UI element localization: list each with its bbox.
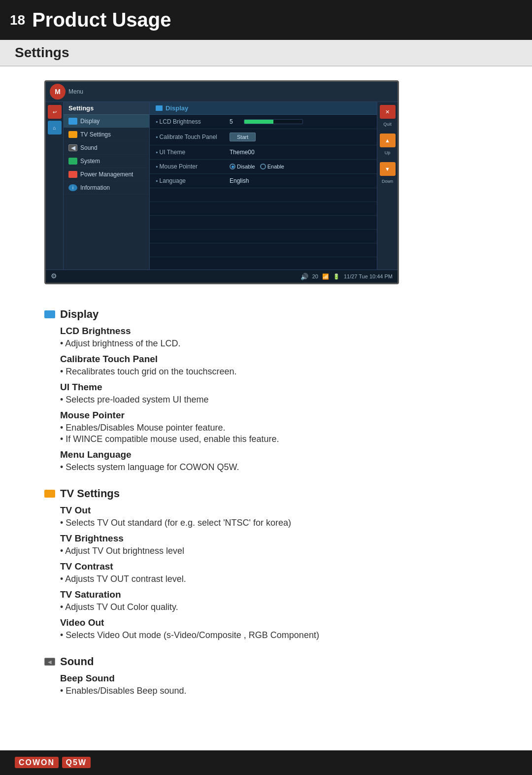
empty-row-2: [150, 202, 377, 216]
brand-model: Q5W: [62, 757, 91, 768]
up-arrow-icon: ▲: [385, 137, 390, 143]
screenshot-body: ↩ ⌂ Settings Display TV Settings ◀ Sound: [46, 102, 398, 270]
mouse-pointer-radio-group: Disable Enable: [230, 164, 284, 169]
tv-section-title: TV Settings: [44, 487, 488, 500]
empty-row-3: [150, 216, 377, 230]
enable-radio-dot: [260, 164, 266, 169]
enable-radio[interactable]: Enable: [260, 164, 284, 169]
tv-contrast-desc: Adjusts TV OUT contrast level.: [60, 574, 488, 584]
power-icon: [68, 171, 77, 178]
sidebar-item-power-management[interactable]: Power Management: [64, 168, 149, 181]
page-number: 18: [10, 12, 25, 28]
main-header: Display: [150, 102, 377, 115]
video-out-feature-name: Video Out: [60, 617, 488, 628]
tv-saturation-feature-name: TV Saturation: [60, 589, 488, 600]
signal-icon: 📶: [322, 273, 329, 280]
tv-section-icon: [44, 490, 55, 498]
tv-section: TV Settings TV Out Selects TV Out standa…: [44, 487, 488, 640]
tv-out-feature-name: TV Out: [60, 505, 488, 516]
lcd-brightness-value: 5: [230, 118, 303, 125]
sound-section: ◀ Sound Beep Sound Enables/Disables Beep…: [44, 655, 488, 696]
sound-icon: ◀: [68, 144, 77, 151]
settings-title: Settings: [15, 45, 69, 60]
statusbar-left: ⚙: [51, 272, 60, 281]
battery-icon: 🔋: [333, 273, 340, 280]
calibrate-row: Calibrate Touch Panel Start: [150, 129, 377, 145]
display-section: Display LCD Brightness Adjust brightness…: [44, 308, 488, 472]
lcd-brightness-desc: Adjust brightness of the LCD.: [60, 338, 488, 349]
quit-button[interactable]: ✕: [380, 105, 396, 119]
sidebar-item-sound[interactable]: ◀ Sound: [64, 141, 149, 155]
sidebar-item-display[interactable]: Display: [64, 115, 149, 128]
info-icon: i: [68, 184, 77, 191]
screenshot: M Menu ↩ ⌂ Settings Display TV Settings: [44, 80, 399, 284]
calibrate-desc: Recalibrates touch grid on the touchscre…: [60, 367, 488, 377]
display-header-icon: [156, 105, 163, 111]
ui-theme-row: UI Theme Theme00: [150, 145, 377, 160]
brightness-fill: [244, 120, 273, 124]
page-header: 18 Product Usage: [0, 0, 532, 40]
ui-theme-value: Theme00: [230, 149, 255, 156]
video-out-desc: Selects Video Out mode (s-Video/Composit…: [60, 630, 488, 640]
display-icon: [68, 118, 77, 125]
language-label: Language: [156, 177, 230, 184]
sidebar-header: Settings: [64, 102, 149, 115]
volume-icon: 🔊: [300, 273, 308, 280]
brand-highlight: COWON: [15, 757, 59, 768]
quit-icon: ✕: [385, 109, 390, 115]
calibrate-label: Calibrate Touch Panel: [156, 134, 230, 140]
empty-row-1: [150, 188, 377, 202]
lcd-brightness-feature-name: LCD Brightness: [60, 326, 488, 337]
tv-contrast-feature-name: TV Contrast: [60, 561, 488, 572]
lcd-brightness-row: LCD Brightness 5: [150, 115, 377, 129]
disable-radio[interactable]: Disable: [230, 164, 255, 169]
ui-theme-feature-name: UI Theme: [60, 382, 488, 393]
nav-icon-back[interactable]: ↩: [48, 105, 62, 119]
main-content: Display LCD Brightness 5 Calibrate Touch…: [150, 102, 377, 270]
sound-section-title-text: Sound: [60, 655, 94, 668]
datetime-text: 11/27 Tue 10:44 PM: [344, 273, 393, 279]
topbar-left: M Menu: [50, 84, 83, 100]
menu-label: Menu: [68, 88, 83, 95]
down-label: Down: [382, 179, 393, 184]
mouse-pointer-label: Mouse Pointer: [156, 163, 230, 170]
language-value: English: [230, 177, 249, 184]
up-button[interactable]: ▲: [380, 134, 396, 147]
display-section-title: Display: [44, 308, 488, 321]
sidebar-item-system[interactable]: System: [64, 155, 149, 168]
statusbar: ⚙ 🔊 20 📶 🔋 11/27 Tue 10:44 PM: [46, 270, 398, 283]
menu-language-desc: Selects system language for COWON Q5W.: [60, 462, 488, 472]
brand-label: COWON Q5W: [15, 758, 95, 767]
nav-icon-home[interactable]: ⌂: [48, 121, 62, 135]
display-section-icon: [44, 310, 55, 318]
sidebar-item-information[interactable]: i Information: [64, 181, 149, 195]
theme-name: Theme00: [230, 149, 255, 156]
page-title: Product Usage: [32, 9, 171, 31]
footer: COWON Q5W: [0, 750, 532, 775]
statusbar-right: 🔊 20 📶 🔋 11/27 Tue 10:44 PM: [300, 273, 393, 280]
tv-icon: [68, 131, 77, 138]
quit-label: Quit: [383, 122, 392, 127]
ui-theme-desc: Selects pre-loaded system UI theme: [60, 395, 488, 405]
brightness-num: 5: [230, 118, 233, 125]
sidebar-item-tv-settings[interactable]: TV Settings: [64, 128, 149, 141]
menu-cowon-icon: M: [50, 84, 66, 100]
right-nav: ✕ Quit ▲ Up ▼ Down: [377, 102, 398, 270]
left-nav: ↩ ⌂: [46, 102, 64, 270]
calibrate-value: Start: [230, 133, 256, 141]
sidebar: Settings Display TV Settings ◀ Sound Sys…: [64, 102, 150, 270]
language-text: English: [230, 177, 249, 184]
tv-out-desc: Selects TV Out standard (for e.g. select…: [60, 518, 488, 528]
volume-level: 20: [312, 273, 318, 279]
language-row: Language English: [150, 174, 377, 188]
content-area: Display LCD Brightness Adjust brightness…: [0, 298, 532, 731]
settings-subheader: Settings: [0, 40, 532, 67]
menu-language-feature-name: Menu Language: [60, 449, 488, 460]
down-button[interactable]: ▼: [380, 162, 396, 176]
start-button[interactable]: Start: [230, 133, 256, 141]
up-label: Up: [385, 150, 391, 155]
tv-brightness-feature-name: TV Brightness: [60, 533, 488, 544]
mouse-pointer-desc2: If WINCE compatible mouse used, enable t…: [60, 434, 488, 444]
mouse-pointer-value: Disable Enable: [230, 164, 284, 169]
empty-row-4: [150, 230, 377, 243]
